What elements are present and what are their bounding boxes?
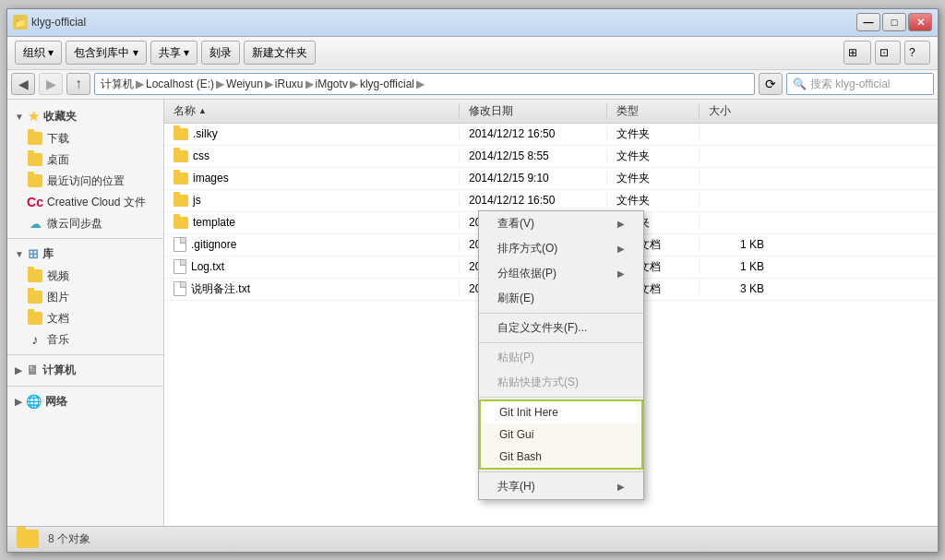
sidebar-item-downloads[interactable]: 下载	[7, 128, 163, 149]
computer-label: 计算机	[42, 363, 76, 378]
status-folder-icon	[17, 530, 39, 548]
title-bar-controls: — □ ✕	[856, 13, 932, 31]
folder-icon	[28, 290, 42, 304]
document-icon	[173, 281, 186, 296]
pane-button[interactable]: ⊡	[875, 41, 901, 65]
sidebar-item-weiyun[interactable]: ☁ 微云同步盘	[7, 213, 163, 234]
sidebar-section-library[interactable]: ▼ ⊞ 库	[7, 243, 163, 266]
minimize-button[interactable]: —	[856, 13, 880, 31]
sidebar-item-desktop[interactable]: 桌面	[7, 149, 163, 171]
new-folder-button[interactable]: 新建文件夹	[244, 41, 316, 65]
file-list-header: 名称 ▲ 修改日期 类型 大小	[164, 100, 938, 124]
search-box[interactable]: 🔍 搜索 klyg-official	[786, 73, 934, 95]
menu-item-group[interactable]: 分组依据(P) ▶	[479, 261, 643, 286]
menu-item-git-bash[interactable]: Git Bash	[481, 446, 641, 468]
up-button[interactable]: ↑	[66, 73, 90, 95]
file-size: 1 KB	[740, 238, 764, 251]
sidebar-divider-3	[7, 386, 163, 387]
menu-item-refresh[interactable]: 刷新(E)	[479, 286, 643, 311]
file-type: 文件夹	[616, 127, 650, 140]
file-name: .silky	[193, 127, 218, 140]
address-bar: ◀ ▶ ↑ 计算机 ▶ Localhost (E:) ▶ Weiyun ▶ iR…	[7, 70, 938, 100]
share-button[interactable]: 共享 ▾	[150, 41, 197, 65]
menu-separator-3	[479, 397, 643, 398]
file-type: 文件夹	[616, 149, 650, 162]
submenu-arrow: ▶	[617, 244, 625, 254]
folder-icon	[28, 268, 42, 283]
column-type[interactable]: 类型	[607, 103, 700, 119]
status-bar: 8 个对象	[7, 526, 938, 552]
sidebar-section-favorites[interactable]: ▼ ★ 收藏夹	[7, 105, 163, 128]
folder-icon	[28, 152, 42, 167]
file-name: js	[193, 194, 201, 207]
burn-button[interactable]: 刻录	[201, 41, 240, 65]
organize-button[interactable]: 组织 ▾	[15, 41, 62, 65]
document-icon	[173, 237, 186, 252]
folder-icon	[173, 173, 188, 185]
file-name: Log.txt	[191, 260, 224, 273]
back-button[interactable]: ◀	[11, 73, 35, 95]
search-placeholder: 搜索 klyg-official	[810, 77, 890, 92]
menu-item-paste: 粘贴(P)	[479, 345, 643, 370]
menu-item-view[interactable]: 查看(V) ▶	[479, 211, 643, 236]
folder-icon	[28, 131, 42, 146]
library-icon: ⊞	[28, 246, 39, 261]
menu-separator	[479, 313, 643, 314]
folder-icon	[28, 173, 42, 188]
chevron-icon: ▼	[15, 112, 24, 122]
sidebar-section-network[interactable]: ▶ 🌐 网络	[7, 390, 163, 413]
window-icon: 📁	[13, 15, 28, 30]
sidebar-item-image[interactable]: 图片	[7, 287, 163, 308]
menu-item-customize[interactable]: 自定义文件夹(F)...	[479, 316, 643, 340]
close-button[interactable]: ✕	[908, 13, 932, 31]
network-label: 网络	[45, 394, 67, 410]
help-button[interactable]: ?	[904, 41, 930, 65]
sidebar-divider	[7, 238, 163, 239]
menu-item-git-gui[interactable]: Git Gui	[481, 423, 641, 446]
file-size: 3 KB	[740, 282, 764, 295]
menu-item-sort[interactable]: 排序方式(O) ▶	[479, 236, 643, 261]
maximize-button[interactable]: □	[882, 13, 906, 31]
window: 📁 klyg-official — □ ✕ 组织 ▾ 包含到库中 ▾ 共享 ▾	[6, 8, 939, 553]
network-icon: 🌐	[26, 394, 42, 409]
weiyun-icon: ☁	[28, 216, 42, 231]
table-row[interactable]: images 2014/12/15 9:10 文件夹	[164, 168, 938, 190]
star-icon: ★	[28, 109, 40, 124]
search-icon: 🔍	[793, 77, 807, 90]
chevron-icon: ▶	[15, 365, 22, 375]
column-size[interactable]: 大小	[700, 103, 773, 119]
file-date: 2014/12/15 8:55	[469, 149, 549, 162]
folder-icon	[173, 150, 188, 162]
file-list-area: 名称 ▲ 修改日期 类型 大小 .silky 2014/1	[164, 100, 938, 526]
sidebar-item-creative-cloud[interactable]: Cc Creative Cloud 文件	[7, 192, 163, 213]
table-row[interactable]: css 2014/12/15 8:55 文件夹	[164, 146, 938, 168]
git-section: Git Init Here Git Gui Git Bash	[479, 399, 643, 470]
table-row[interactable]: .silky 2014/12/12 16:50 文件夹	[164, 124, 938, 146]
file-name: css	[193, 149, 209, 162]
sidebar-section-computer[interactable]: ▶ 🖥 计算机	[7, 359, 163, 382]
file-date: 2014/12/15 9:10	[469, 172, 549, 185]
forward-button[interactable]: ▶	[39, 73, 63, 95]
column-name[interactable]: 名称 ▲	[164, 103, 460, 119]
music-icon: ♪	[28, 332, 42, 347]
sort-arrow: ▲	[198, 106, 207, 115]
sidebar-item-document[interactable]: 文档	[7, 308, 163, 329]
address-path[interactable]: 计算机 ▶ Localhost (E:) ▶ Weiyun ▶ iRuxu ▶ …	[94, 73, 755, 95]
creative-cloud-icon: Cc	[28, 195, 42, 209]
menu-separator-4	[479, 471, 643, 472]
status-count: 8 个对象	[48, 531, 90, 547]
folder-icon	[173, 128, 188, 140]
sidebar-item-recent[interactable]: 最近访问的位置	[7, 171, 163, 192]
sidebar-item-video[interactable]: 视频	[7, 266, 163, 287]
column-date[interactable]: 修改日期	[460, 103, 607, 119]
menu-item-share[interactable]: 共享(H) ▶	[479, 474, 643, 499]
title-bar-left: 📁 klyg-official	[13, 15, 86, 30]
refresh-button[interactable]: ⟳	[759, 73, 783, 95]
file-type: 文件夹	[616, 194, 650, 207]
menu-item-git-init[interactable]: Git Init Here	[481, 401, 641, 423]
sidebar-item-music[interactable]: ♪ 音乐	[7, 329, 163, 351]
view-button[interactable]: ⊞	[843, 41, 871, 65]
table-row[interactable]: js 2014/12/12 16:50 文件夹	[164, 190, 938, 212]
sidebar: ▼ ★ 收藏夹 下载 桌面 最近访问的位置 Cc Creative Cloud …	[7, 100, 164, 526]
include-library-button[interactable]: 包含到库中 ▾	[66, 41, 146, 65]
